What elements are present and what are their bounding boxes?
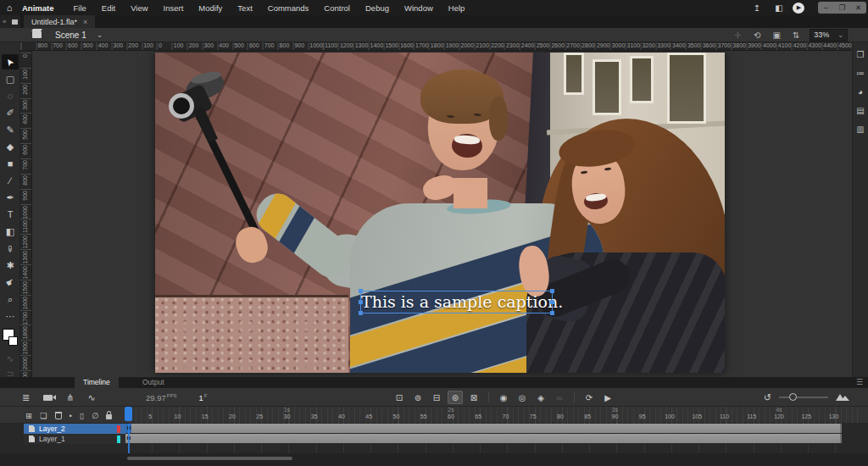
tab-timeline[interactable]: Timeline xyxy=(75,377,119,388)
zoom-tool[interactable]: ⌕ xyxy=(2,291,19,307)
fps-value[interactable]: 29.97 xyxy=(146,393,166,402)
menu-modify[interactable]: Modify xyxy=(191,2,230,14)
center-stage-icon[interactable]: ✛ xyxy=(732,31,743,40)
lock-all-button[interactable] xyxy=(106,414,112,419)
delete-layer-button[interactable] xyxy=(55,412,62,419)
slider-knob[interactable] xyxy=(789,393,797,401)
caption-text-object[interactable]: This is a sample caption. xyxy=(360,291,553,313)
asset-warp-tool[interactable]: ✱ xyxy=(2,258,19,273)
menu-control[interactable]: Control xyxy=(316,2,358,14)
layer-frame-span[interactable] xyxy=(125,434,842,443)
color-swatches[interactable] xyxy=(3,329,18,346)
fluid-brush-tool[interactable]: ✐ xyxy=(2,105,19,120)
timeline-scrollbar[interactable] xyxy=(127,457,292,460)
insert-keyframe-button[interactable]: ⊡ xyxy=(392,391,407,404)
lasso-tool[interactable]: ◌ xyxy=(2,88,19,103)
minimize-button[interactable]: – xyxy=(818,2,834,14)
delete-frames-button[interactable]: ⊠ xyxy=(466,391,481,404)
auto-keyframe-button[interactable]: ⊛ xyxy=(448,391,463,404)
selection-handle[interactable] xyxy=(550,289,554,293)
graph-editor-icon[interactable]: ∿ xyxy=(87,392,95,403)
menu-edit[interactable]: Edit xyxy=(94,2,123,14)
timeline-body[interactable] xyxy=(0,424,868,453)
filters-panel-icon[interactable]: ≔ xyxy=(856,69,865,78)
menu-insert[interactable]: Insert xyxy=(156,2,192,14)
restore-button[interactable]: ❐ xyxy=(834,2,850,14)
close-button[interactable]: ✕ xyxy=(850,2,866,14)
stage[interactable]: This is a sample caption. xyxy=(155,53,725,373)
edit-scene-icon[interactable] xyxy=(32,31,42,38)
playhead[interactable] xyxy=(125,407,132,421)
edit-multiple-frames-button[interactable]: ◈ xyxy=(533,391,548,404)
fit-stage-icon[interactable]: ⇅ xyxy=(790,31,802,40)
close-tab-icon[interactable]: × xyxy=(83,18,87,26)
scene-name[interactable]: Scene 1 xyxy=(55,31,86,40)
selection-handle[interactable] xyxy=(359,300,363,304)
onion-skin-button[interactable]: ◉ xyxy=(496,391,511,404)
layer-item-layer_1[interactable]: Layer_1 xyxy=(24,434,125,444)
rotate-view-icon[interactable]: ⟲ xyxy=(751,31,763,40)
menu-view[interactable]: View xyxy=(123,2,155,14)
library-panel-icon[interactable]: ▥ xyxy=(856,125,864,134)
eyedropper-tool[interactable]: ✑ xyxy=(2,241,19,256)
new-layer-button[interactable]: ⊞ xyxy=(25,411,32,420)
menu-commands[interactable]: Commands xyxy=(260,2,317,14)
menu-help[interactable]: Help xyxy=(441,2,473,14)
align-panel-icon[interactable]: ▤ xyxy=(856,106,864,115)
insert-frame-button[interactable]: ⊟ xyxy=(429,391,444,404)
menu-debug[interactable]: Debug xyxy=(358,2,397,14)
current-frame-value[interactable]: 1 xyxy=(198,393,203,402)
selection-handle[interactable] xyxy=(550,300,554,304)
more-tools-button[interactable]: ⋯ xyxy=(2,308,19,324)
loop-button[interactable]: ⟳ xyxy=(581,391,597,404)
test-movie-icon[interactable]: ▶ xyxy=(793,3,804,14)
selection-handle[interactable] xyxy=(550,311,554,315)
zoom-chevron-icon[interactable]: ⌄ xyxy=(837,31,843,39)
rectangle-tool[interactable]: ■ xyxy=(2,156,19,171)
frame-size-icon[interactable] xyxy=(836,394,849,401)
tools-panel-header[interactable]: « xyxy=(0,15,20,28)
menu-text[interactable]: Text xyxy=(230,2,259,14)
menu-window[interactable]: Window xyxy=(397,2,441,14)
onion-skin-outlines-button[interactable]: ◎ xyxy=(515,391,530,404)
new-folder-button[interactable]: ❏ xyxy=(40,411,47,420)
share-icon[interactable]: ↥ xyxy=(748,3,765,13)
timeline-scrollbar-track[interactable] xyxy=(0,453,868,466)
classic-brush-tool[interactable]: ✎ xyxy=(2,122,19,137)
highlight-layers-dot[interactable]: • xyxy=(70,411,72,420)
play-button[interactable]: ▶ xyxy=(600,391,615,404)
selection-handle[interactable] xyxy=(359,311,363,315)
hand-tool[interactable]: ☛ xyxy=(2,275,19,290)
properties-panel-icon[interactable]: ❐ xyxy=(857,50,865,59)
eraser-tool[interactable]: ◆ xyxy=(2,139,19,154)
line-tool[interactable]: ∕ xyxy=(2,173,19,188)
zoom-level-select[interactable]: 33% ⌄ xyxy=(810,29,848,42)
timeline-zoom-slider[interactable] xyxy=(779,397,828,398)
panel-menu-icon[interactable]: ☰ xyxy=(856,377,863,388)
free-transform-tool[interactable]: ▢ xyxy=(2,71,19,86)
layer-parenting-icon[interactable]: ⋔ xyxy=(66,392,74,403)
workspace-icon[interactable]: ◧ xyxy=(771,3,787,13)
paint-bucket-tool[interactable]: ◧ xyxy=(2,224,19,239)
show-hide-all-button[interactable]: ∅ xyxy=(92,411,98,420)
insert-blank-keyframe-button[interactable]: ⊚ xyxy=(410,391,426,404)
clip-content-icon[interactable]: ▣ xyxy=(771,31,782,40)
outline-layers-button[interactable]: ▯ xyxy=(80,411,84,420)
collapse-left-icon[interactable]: « xyxy=(3,18,6,25)
text-tool[interactable]: T xyxy=(2,207,19,222)
selection-tool[interactable]: ➤ xyxy=(2,54,19,69)
menu-file[interactable]: File xyxy=(65,2,93,14)
stroke-color-swatch[interactable] xyxy=(8,336,18,346)
camera-icon[interactable] xyxy=(43,395,53,401)
layer-frame-span[interactable] xyxy=(125,424,842,433)
timeline-layers-icon[interactable]: ≣ xyxy=(22,392,30,403)
pasteboard[interactable]: This is a sample caption. xyxy=(32,51,852,377)
home-icon[interactable]: ⌂ xyxy=(0,3,19,13)
document-tab[interactable]: Untitled-1.fla* × xyxy=(24,15,95,28)
scene-chevron-icon[interactable]: ⌄ xyxy=(97,31,103,39)
frame-ruler[interactable]: 5101520253035404550556065707580859095100… xyxy=(125,407,863,424)
color-panel-icon[interactable]: ◕ xyxy=(858,87,863,97)
pen-tool[interactable]: ✒ xyxy=(2,190,19,205)
tab-output[interactable]: Output xyxy=(134,377,173,388)
reset-timeline-zoom-icon[interactable]: ↺ xyxy=(764,392,771,403)
